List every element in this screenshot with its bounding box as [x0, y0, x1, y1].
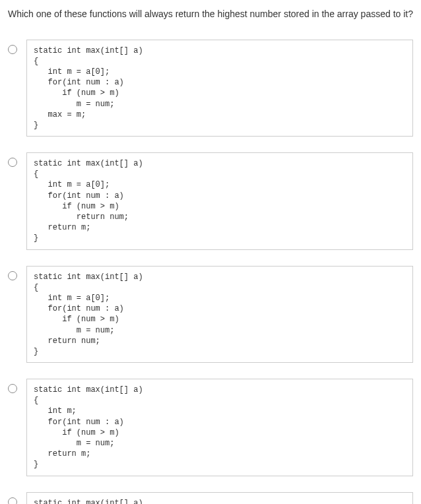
code-box-5: static int max(int[] a) { int m = a[0]; … [26, 492, 413, 504]
option-5[interactable]: static int max(int[] a) { int m = a[0]; … [8, 492, 413, 504]
radio-4[interactable] [8, 384, 17, 393]
option-3[interactable]: static int max(int[] a) { int m = a[0]; … [8, 266, 413, 363]
question-text: Which one of these functions will always… [8, 8, 413, 21]
option-4[interactable]: static int max(int[] a) { int m; for(int… [8, 379, 413, 476]
code-box-4: static int max(int[] a) { int m; for(int… [26, 379, 413, 476]
option-1[interactable]: static int max(int[] a) { int m = a[0]; … [8, 40, 413, 137]
code-box-3: static int max(int[] a) { int m = a[0]; … [26, 266, 413, 363]
code-box-2: static int max(int[] a) { int m = a[0]; … [26, 152, 413, 250]
code-box-1: static int max(int[] a) { int m = a[0]; … [26, 40, 413, 137]
options-container: static int max(int[] a) { int m = a[0]; … [8, 40, 413, 504]
radio-3[interactable] [8, 271, 17, 280]
radio-2[interactable] [8, 158, 17, 167]
option-2[interactable]: static int max(int[] a) { int m = a[0]; … [8, 152, 413, 250]
radio-1[interactable] [8, 45, 17, 54]
radio-5[interactable] [8, 497, 17, 504]
